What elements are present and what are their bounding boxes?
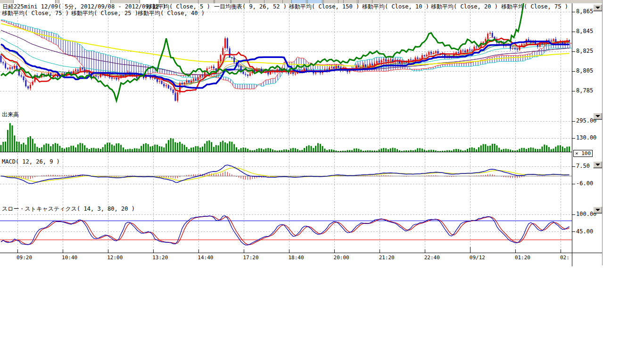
toolbar-fragment [291,0,306,3]
indicator-label-ma40: 移動平均( Close, 40 ) [138,10,205,16]
price-axis-label: 8,825 [576,48,593,54]
time-axis-label: 20:00 [334,255,349,261]
indicator-label-ichimoku: 一目均衡表( 9, 26, 52 ) [214,4,287,10]
toolbar-fragment [140,0,159,3]
macd-axis-label: 7.50 [576,163,590,169]
time-axis-label: 13:20 [152,255,168,261]
price-axis-label: 8,865 [576,8,593,15]
volume-axis-label: 130.00 [576,135,596,141]
toolbar-fragment [358,0,372,3]
time-axis-label: 14:40 [198,255,213,261]
time-axis-label: 18:40 [288,255,304,261]
time-axis-label: 09/12 [470,255,485,261]
chart-application-window: 日経225mini 12/09( 5分, 2012/09/08 - 2012/0… [0,0,644,362]
price-axis-label: 8,785 [576,88,593,94]
chart-region: 日経225mini 12/09( 5分, 2012/09/08 - 2012/0… [0,0,603,267]
macd-pane-scale-dropdown-button[interactable] [593,161,603,168]
chevron-down-icon [595,7,600,9]
indicator-label-ma5: 移動平均( Close, 5 ) [147,4,210,10]
time-axis-label: 10:40 [62,255,77,261]
chevron-down-icon [595,164,600,166]
toolbar-fragment [198,0,214,3]
toolbar-fragment [323,0,339,3]
chart-title: 日経225mini 12/09( 5分, 2012/09/08 - 2012/0… [2,4,166,10]
price-pane-scale-dropdown-button[interactable] [593,4,603,11]
indicator-label-ma150: 移動平均( Close, 150 ) [289,4,359,10]
toolbar-fragment [215,0,231,3]
time-axis-label: 22:40 [424,255,440,261]
indicator-label-ma20: 移動平均( Close, 20 ) [431,4,498,10]
toolbar-fragment [307,0,322,3]
stoch-pane-scale-dropdown-button[interactable] [593,206,603,214]
indicator-label-ma25: 移動平均( Close, 25 ) [71,10,138,16]
time-axis-label: 21:20 [379,255,395,261]
price-axis-label: 8,805 [576,68,593,74]
volume-panel-label: 出来高 [2,112,19,118]
toolbar-fragment [264,0,283,3]
chart-canvas [0,0,603,267]
macd-axis-label: -6.00 [576,181,593,187]
indicator-label-ma75: 移動平均( Close, 75 ) [501,4,568,10]
time-axis-label: 02: [560,255,570,261]
time-axis-label: 09:20 [17,255,32,261]
stoch-panel-label: スロー・ストキャスティクス( 14, 3, 80, 20 ) [2,206,135,212]
toolbar-fragment [59,0,111,3]
toolbar-strip [0,0,603,3]
price-axis-label: 8,845 [576,28,593,34]
window-right-border [602,0,603,265]
toolbar-fragment [231,0,250,3]
chevron-down-icon [595,115,600,117]
chevron-down-icon [595,209,600,211]
time-axis-label: 12:00 [107,255,123,261]
volume-multiplier-badge: × 100 [573,150,593,157]
stoch-axis-label: 45.00 [576,229,593,235]
toolbar-fragment [343,0,357,3]
time-axis-label: 17:20 [243,255,258,261]
macd-panel-label: MACD( 12, 26, 9 ) [2,159,60,165]
indicator-label-ma75b: 移動平均( Close, 75 ) [2,10,69,16]
indicator-label-ma10: 移動平均( Close, 10 ) [362,4,429,10]
time-axis-label: 01:20 [515,255,530,261]
toolbar-fragment [13,0,56,3]
volume-pane-scale-dropdown-button[interactable] [593,113,603,120]
